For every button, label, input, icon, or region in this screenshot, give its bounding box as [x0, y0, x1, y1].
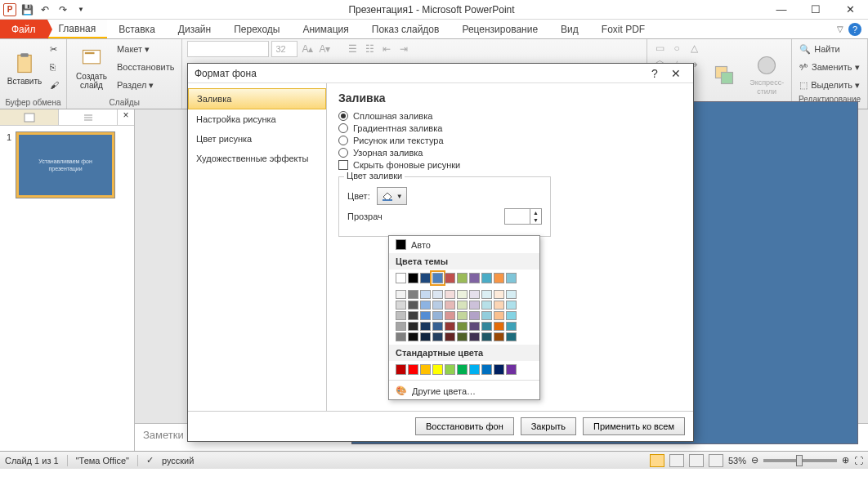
layout-button[interactable]: Макет ▾ — [114, 41, 177, 57]
minimize-button[interactable]: — — [772, 2, 791, 18]
zoom-out-icon[interactable]: ⊖ — [751, 455, 758, 466]
tab-view[interactable]: Вид — [549, 20, 590, 38]
theme-color-swatch[interactable] — [506, 273, 517, 283]
theme-color-swatch[interactable] — [396, 273, 406, 283]
apply-all-button[interactable]: Применить ко всем — [583, 417, 685, 435]
file-tab[interactable]: Файл — [0, 20, 47, 38]
tint-swatch[interactable] — [432, 322, 443, 331]
cat-artistic[interactable]: Художественные эффекты — [188, 149, 326, 168]
tab-animation[interactable]: Анимация — [291, 20, 360, 38]
help-icon[interactable]: ? — [848, 23, 861, 36]
tint-swatch[interactable] — [445, 311, 455, 320]
color-auto[interactable]: Авто — [389, 236, 539, 253]
panel-close-icon[interactable]: × — [118, 109, 134, 125]
indent-dec-icon[interactable]: ⇤ — [379, 42, 394, 56]
tint-swatch[interactable] — [408, 322, 418, 331]
theme-color-swatch[interactable] — [457, 273, 468, 283]
color-picker-button[interactable]: ▼ — [377, 187, 407, 205]
theme-color-swatch[interactable] — [432, 273, 443, 283]
std-color-swatch[interactable] — [432, 364, 443, 375]
theme-color-swatch[interactable] — [445, 273, 455, 283]
copy-button[interactable]: ⎘ — [47, 59, 61, 75]
paste-button[interactable]: Вставить — [5, 41, 44, 96]
tab-slideshow[interactable]: Показ слайдов — [360, 20, 451, 38]
tab-insert[interactable]: Вставка — [107, 20, 167, 38]
slides-tab[interactable] — [0, 109, 59, 125]
tint-swatch[interactable] — [481, 290, 492, 299]
more-colors[interactable]: 🎨 Другие цвета… — [389, 382, 539, 399]
std-color-swatch[interactable] — [481, 364, 492, 375]
reading-view-button[interactable] — [689, 454, 704, 467]
maximize-button[interactable]: ☐ — [806, 2, 825, 18]
indent-inc-icon[interactable]: ⇥ — [396, 42, 411, 56]
dialog-close-icon[interactable]: ✕ — [665, 67, 687, 80]
tint-swatch[interactable] — [432, 311, 443, 320]
tint-swatch[interactable] — [432, 290, 443, 299]
close-dialog-button[interactable]: Закрыть — [521, 417, 576, 435]
tint-swatch[interactable] — [420, 290, 431, 299]
std-color-swatch[interactable] — [408, 364, 418, 375]
qat-dropdown-icon[interactable]: ▼ — [74, 2, 88, 17]
std-color-swatch[interactable] — [396, 364, 406, 375]
std-color-swatch[interactable] — [420, 364, 431, 375]
cat-picture-corrections[interactable]: Настройка рисунка — [188, 109, 326, 129]
tint-swatch[interactable] — [506, 290, 517, 299]
tint-swatch[interactable] — [457, 332, 468, 341]
tint-swatch[interactable] — [420, 301, 431, 310]
tint-swatch[interactable] — [494, 301, 504, 310]
transparency-spinner[interactable]: ▲▼ — [504, 208, 542, 225]
numbering-icon[interactable]: ☷ — [362, 42, 377, 56]
tint-swatch[interactable] — [481, 332, 492, 341]
replace-button[interactable]: ᵃ⁄ᵇЗаменить ▾ — [797, 59, 862, 75]
tint-swatch[interactable] — [457, 322, 468, 331]
slide-thumbnail[interactable]: Устанавливаем фон презентации — [16, 132, 114, 198]
theme-color-swatch[interactable] — [469, 273, 480, 283]
tint-swatch[interactable] — [445, 290, 455, 299]
section-button[interactable]: Раздел ▾ — [114, 77, 177, 93]
arrange-button[interactable] — [705, 41, 744, 109]
status-language[interactable]: русский — [162, 456, 194, 466]
theme-color-swatch[interactable] — [494, 273, 504, 283]
shrink-font-icon[interactable]: A▾ — [317, 42, 332, 56]
tint-swatch[interactable] — [494, 322, 504, 331]
tab-design[interactable]: Дизайн — [167, 20, 222, 38]
tint-swatch[interactable] — [445, 332, 455, 341]
std-color-swatch[interactable] — [457, 364, 468, 375]
tint-swatch[interactable] — [396, 332, 406, 341]
select-button[interactable]: ⬚Выделить ▾ — [797, 77, 862, 93]
reset-button[interactable]: Восстановить — [114, 59, 177, 75]
tint-swatch[interactable] — [420, 311, 431, 320]
cat-picture-color[interactable]: Цвет рисунка — [188, 129, 326, 149]
fit-window-icon[interactable]: ⛶ — [854, 456, 863, 466]
reset-bg-button[interactable]: Восстановить фон — [415, 417, 514, 435]
opt-pattern[interactable]: Узорная заливка — [338, 148, 682, 158]
tab-home[interactable]: Главная — [47, 20, 108, 38]
dialog-help-icon[interactable]: ? — [644, 67, 665, 80]
sorter-view-button[interactable] — [669, 454, 684, 467]
opt-solid[interactable]: Сплошная заливка — [338, 111, 682, 121]
undo-icon[interactable]: ↶ — [38, 2, 52, 17]
tint-swatch[interactable] — [408, 332, 418, 341]
tab-review[interactable]: Рецензирование — [450, 20, 549, 38]
std-color-swatch[interactable] — [506, 364, 517, 375]
tint-swatch[interactable] — [457, 301, 468, 310]
tint-swatch[interactable] — [408, 301, 418, 310]
tint-swatch[interactable] — [408, 290, 418, 299]
theme-color-swatch[interactable] — [408, 273, 418, 283]
tint-swatch[interactable] — [457, 290, 468, 299]
theme-color-swatch[interactable] — [420, 273, 431, 283]
tab-foxit[interactable]: Foxit PDF — [590, 20, 656, 38]
cut-button[interactable]: ✂ — [47, 41, 61, 57]
new-slide-button[interactable]: Создать слайд — [72, 41, 111, 96]
std-color-swatch[interactable] — [469, 364, 480, 375]
tint-swatch[interactable] — [494, 332, 504, 341]
tint-swatch[interactable] — [432, 332, 443, 341]
opt-picture[interactable]: Рисунок или текстура — [338, 136, 682, 145]
tint-swatch[interactable] — [396, 322, 406, 331]
tint-swatch[interactable] — [420, 332, 431, 341]
std-color-swatch[interactable] — [494, 364, 504, 375]
tint-swatch[interactable] — [469, 322, 480, 331]
tint-swatch[interactable] — [469, 332, 480, 341]
tint-swatch[interactable] — [481, 322, 492, 331]
zoom-in-icon[interactable]: ⊕ — [842, 455, 849, 466]
